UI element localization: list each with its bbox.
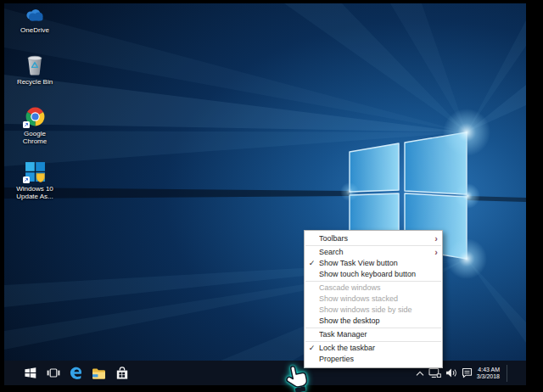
menu-separator	[305, 328, 441, 328]
checkmark-icon: ✓	[305, 343, 319, 354]
menu-item-label: Show windows stacked	[319, 294, 438, 305]
menu-item-label: Show the desktop	[319, 316, 438, 327]
desktop-icon-onedrive[interactable]: OneDrive	[8, 8, 62, 34]
desktop-icon-label: Google Chrome	[11, 130, 59, 145]
checkmark-icon: ✓	[305, 258, 319, 269]
hidden-icons-chevron-icon[interactable]	[416, 370, 424, 377]
start-button[interactable]	[19, 361, 42, 385]
menu-item-label: Properties	[319, 354, 438, 365]
taskbar-clock[interactable]: 4:43 AM 3/3/2018	[477, 367, 500, 380]
taskbar-buttons	[19, 361, 133, 385]
volume-icon[interactable]	[445, 367, 457, 378]
menu-item-show-windows-stacked[interactable]: Show windows stacked	[305, 294, 442, 305]
task-view-icon	[47, 367, 60, 379]
chrome-icon	[25, 106, 46, 127]
desktop-icon-google-chrome[interactable]: Google Chrome	[8, 106, 62, 145]
recycle-bin-icon	[26, 54, 43, 76]
clock-date: 3/3/2018	[477, 373, 500, 380]
desktop-screen: OneDrive Recycle Bin	[4, 3, 526, 385]
action-center-icon[interactable]	[462, 367, 473, 378]
desktop-icon-label: OneDrive	[20, 26, 49, 34]
menu-item-label: Cascade windows	[319, 283, 438, 294]
menu-item-lock-the-taskbar[interactable]: ✓Lock the taskbar	[305, 343, 442, 354]
taskbar-context-menu: Toolbars›Search›✓Show Task View buttonSh…	[304, 230, 443, 368]
desktop-icon-label: Recycle Bin	[17, 78, 53, 86]
desktop-icon-recycle-bin[interactable]: Recycle Bin	[8, 54, 62, 86]
store-icon	[115, 366, 129, 380]
submenu-arrow-icon: ›	[434, 247, 438, 258]
menu-separator	[305, 245, 441, 246]
menu-item-task-manager[interactable]: Task Manager	[305, 329, 442, 340]
menu-item-label: Show windows side by side	[319, 305, 438, 316]
show-desktop-separator	[507, 365, 507, 382]
menu-item-label: Lock the taskbar	[319, 343, 438, 354]
submenu-arrow-icon: ›	[434, 233, 438, 244]
store-button[interactable]	[110, 361, 133, 385]
menu-item-label: Task Manager	[319, 329, 438, 340]
menu-separator	[305, 281, 441, 282]
menu-item-label: Show Task View button	[319, 258, 438, 269]
menu-item-show-windows-side-by-side[interactable]: Show windows side by side	[305, 305, 442, 316]
menu-item-properties[interactable]: Properties	[305, 354, 442, 365]
show-desktop-button[interactable]	[512, 361, 518, 385]
menu-item-cascade-windows[interactable]: Cascade windows	[305, 283, 442, 294]
desktop-icon-label: Windows 10 Update As...	[11, 185, 59, 200]
file-explorer-icon	[92, 367, 106, 380]
onedrive-icon	[24, 8, 46, 24]
clock-time: 4:43 AM	[477, 367, 500, 373]
taskbar[interactable]: 4:43 AM 3/3/2018	[4, 361, 526, 385]
edge-button[interactable]	[64, 361, 87, 385]
edge-icon	[69, 366, 83, 380]
windows-update-assistant-icon	[25, 161, 46, 182]
menu-item-label: Search	[319, 247, 434, 258]
menu-item-label: Toolbars	[319, 233, 434, 244]
desktop-icon-windows-update-assistant[interactable]: Windows 10 Update As...	[8, 161, 62, 200]
menu-item-show-the-desktop[interactable]: Show the desktop	[305, 316, 442, 327]
task-view-button[interactable]	[42, 361, 64, 385]
menu-item-search[interactable]: Search›	[305, 247, 442, 258]
menu-item-show-touch-keyboard-button[interactable]: Show touch keyboard button	[305, 269, 442, 280]
file-explorer-button[interactable]	[87, 361, 110, 385]
menu-item-toolbars[interactable]: Toolbars›	[305, 233, 442, 244]
shortcut-arrow-icon	[23, 176, 30, 183]
menu-item-label: Show touch keyboard button	[319, 269, 438, 280]
start-icon	[24, 367, 36, 379]
desktop-wallpaper[interactable]	[4, 3, 526, 361]
touch-cursor-icon	[283, 363, 311, 392]
shortcut-arrow-icon	[23, 121, 30, 128]
menu-item-show-task-view-button[interactable]: ✓Show Task View button	[305, 258, 442, 269]
menu-separator	[305, 341, 441, 342]
network-icon[interactable]	[428, 367, 441, 378]
